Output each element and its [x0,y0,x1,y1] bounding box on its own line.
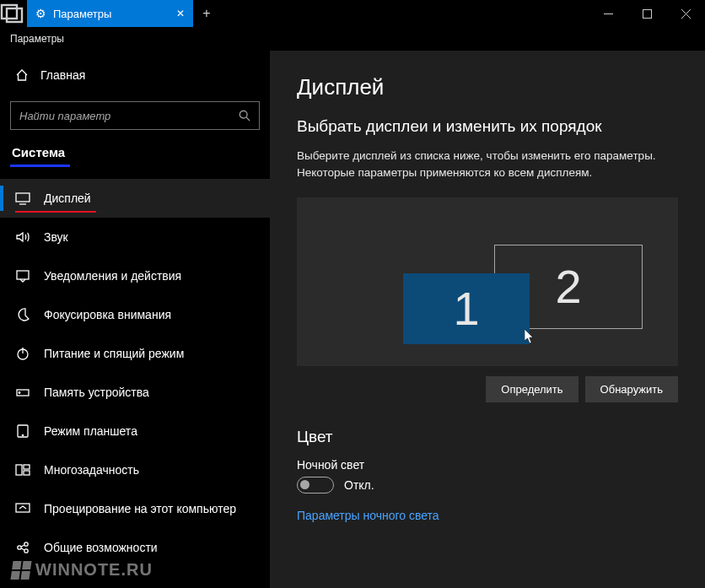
svg-point-16 [22,434,23,435]
display-arrange-area[interactable]: 2 1 [297,197,678,366]
svg-point-21 [18,546,21,549]
titlebar: ⚙ Параметры ✕ + [0,0,705,27]
project-icon [15,501,30,516]
sidebar-item-label: Память устройства [44,386,149,399]
svg-rect-1 [7,8,22,22]
main-panel: Дисплей Выбрать дисплеи и изменить их по… [270,51,705,588]
shared-icon [15,540,30,555]
color-heading: Цвет [297,428,678,446]
tab-settings[interactable]: ⚙ Параметры ✕ [27,0,193,27]
home-icon [15,68,29,82]
night-light-toggle[interactable] [297,477,334,494]
svg-point-6 [239,111,247,118]
page-title: Дисплей [297,74,678,100]
arrange-desc: Выберите дисплей из списка ниже, чтобы и… [297,148,678,182]
svg-rect-17 [16,465,22,475]
sidebar-item-focus[interactable]: Фокусировка внимания [0,295,270,334]
svg-rect-19 [24,471,30,475]
search-input[interactable] [19,110,232,122]
tablet-icon [15,423,30,439]
sidebar-item-sound[interactable]: Звук [0,218,270,256]
svg-rect-10 [17,271,29,279]
new-tab-button[interactable]: + [193,0,220,27]
tab-title: Параметры [53,8,170,20]
sidebar-item-label: Дисплей [44,192,91,205]
focus-icon [15,307,30,322]
storage-icon [15,385,30,400]
task-view-icon[interactable] [0,0,27,27]
toggle-state: Откл. [344,478,374,492]
display-icon [15,191,30,206]
annotation-underline [15,211,96,213]
sound-icon [15,229,30,245]
arrange-heading: Выбрать дисплеи и изменить их порядок [297,117,678,136]
svg-line-7 [246,117,250,121]
svg-line-24 [21,545,24,547]
sidebar-item-label: Проецирование на этот компьютер [44,502,236,515]
sidebar-item-storage[interactable]: Память устройства [0,373,270,412]
svg-point-14 [19,392,20,394]
svg-rect-20 [16,504,30,512]
notifications-icon [15,268,30,283]
detect-button[interactable]: Обнаружить [585,376,678,402]
sidebar-item-power[interactable]: Питание и спящий режим [0,334,270,373]
svg-line-25 [21,548,24,550]
search-input-wrapper[interactable] [10,101,260,130]
sidebar: Главная Система Дисплей Звук Уведомления… [0,51,270,588]
sidebar-item-notifications[interactable]: Уведомления и действия [0,256,270,295]
sidebar-item-projecting[interactable]: Проецирование на этот компьютер [0,489,270,528]
svg-rect-8 [16,193,30,202]
sidebar-category: Система [10,145,70,167]
sidebar-item-label: Уведомления и действия [44,269,181,283]
sidebar-item-label: Многозадачность [44,463,139,477]
night-light-label: Ночной свет [297,458,678,472]
sidebar-item-multitask[interactable]: Многозадачность [0,450,270,489]
sidebar-item-label: Звук [44,230,68,244]
search-icon [239,110,250,121]
sidebar-item-tablet[interactable]: Режим планшета [0,412,270,450]
sidebar-item-label: Фокусировка внимания [44,308,171,321]
power-icon [15,346,30,361]
maximize-button[interactable] [627,0,666,27]
svg-rect-0 [2,5,17,19]
sidebar-home-label: Главная [40,68,85,82]
svg-point-22 [24,542,28,546]
sidebar-item-shared[interactable]: Общие возможности [0,528,270,567]
sidebar-item-label: Питание и спящий режим [44,347,184,360]
subheader: Параметры [0,27,705,51]
sidebar-item-label: Режим планшета [44,424,137,438]
svg-rect-18 [24,465,30,469]
multitask-icon [15,462,30,477]
sidebar-home[interactable]: Главная [10,57,260,93]
svg-rect-3 [643,9,651,18]
svg-point-23 [24,549,28,553]
tab-close-icon[interactable]: ✕ [176,8,185,19]
sidebar-item-display[interactable]: Дисплей [0,179,270,218]
night-light-settings-link[interactable]: Параметры ночного света [297,509,439,522]
gear-icon: ⚙ [35,7,46,20]
display-1[interactable]: 1 [403,273,530,344]
sidebar-item-label: Общие возможности [44,541,158,554]
minimize-button[interactable] [589,0,627,27]
close-button[interactable] [666,0,705,27]
identify-button[interactable]: Определить [486,376,578,402]
